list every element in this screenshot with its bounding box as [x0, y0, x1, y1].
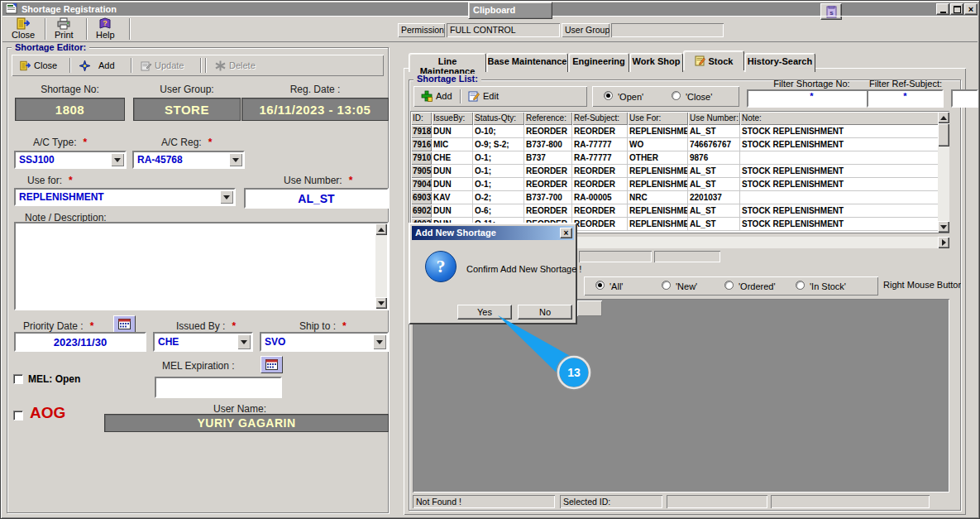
scroll-right-icon[interactable]: [938, 237, 949, 248]
scroll-down-icon[interactable]: [938, 221, 949, 233]
permission-value: FULL CONTROL: [447, 23, 560, 37]
toolbar-close-label: Close: [12, 30, 35, 40]
toolbar-close-button[interactable]: Close: [8, 17, 38, 41]
list-edit-button[interactable]: Edit: [465, 88, 502, 104]
tab-engineering[interactable]: Engineering: [568, 53, 629, 72]
toolbar-print-button[interactable]: Print: [51, 17, 77, 41]
table-cell: 7910: [411, 151, 432, 165]
table-cell: O-10;: [473, 125, 524, 138]
mel-expiration-calendar-button[interactable]: [261, 356, 283, 373]
chevron-down-icon[interactable]: [111, 153, 124, 166]
restore-button[interactable]: [950, 3, 963, 15]
tab-base-maintenance[interactable]: Base Maintenance: [486, 53, 568, 72]
editor-close-button[interactable]: Close: [17, 57, 60, 74]
priority-date-calendar-button[interactable]: [113, 315, 136, 333]
use-for-value: REPLENISHMENT: [19, 191, 104, 203]
dialog-no-button[interactable]: No: [518, 305, 572, 320]
use-number-field[interactable]: AL_ST: [244, 188, 389, 209]
table-cell: B737-800: [524, 138, 572, 151]
radio-all[interactable]: [595, 281, 605, 290]
table-cell: REORDER: [572, 218, 628, 231]
grid-status-box: [654, 251, 720, 262]
ac-reg-combo[interactable]: RA-45768: [132, 151, 245, 169]
radio-new[interactable]: [662, 281, 671, 290]
table-row[interactable]: 6902DUNO-6;REORDERREORDERREPLENISHMENTAL…: [411, 204, 949, 218]
note-textarea[interactable]: [14, 222, 389, 310]
column-header[interactable]: ID:: [411, 112, 432, 125]
table-row[interactable]: 6903KAVO-2;B737-700RA-00005NRC2201037: [411, 191, 949, 204]
radio-open[interactable]: [604, 91, 613, 100]
reg-date-label: Reg. Date :: [241, 84, 389, 95]
table-cell: OTHER: [628, 151, 688, 165]
question-icon: ?: [425, 251, 457, 282]
detail-panel: [413, 299, 949, 493]
mel-expiration-field[interactable]: [155, 377, 282, 398]
chevron-down-icon[interactable]: [373, 334, 386, 349]
user-name-value: YURIY GAGARIN: [104, 414, 389, 432]
chevron-down-icon[interactable]: [229, 153, 242, 166]
delete-asterisk-icon: [215, 60, 226, 71]
list-add-label: Add: [436, 91, 452, 101]
list-add-button[interactable]: Add: [418, 88, 456, 104]
ship-to-combo[interactable]: SVO: [260, 332, 389, 352]
detail-panel-tab[interactable]: [577, 300, 602, 316]
filter-ref-subject-input[interactable]: *: [867, 89, 944, 108]
tab-line-maintenance[interactable]: Line Maintenance: [409, 53, 486, 72]
table-row[interactable]: 7918DUNO-10;REORDERREORDERREPLENISHMENTA…: [411, 125, 949, 138]
table-row[interactable]: 7910CHEO-1;B737RA-77777OTHER9876: [411, 151, 949, 165]
scroll-up-icon[interactable]: [938, 112, 949, 123]
column-header[interactable]: IssueBy:: [432, 112, 473, 125]
aog-checkbox[interactable]: [13, 411, 23, 420]
vscroll-thumb[interactable]: [938, 123, 949, 147]
filter-shortage-no-input[interactable]: *: [747, 89, 877, 108]
filter-extra-input[interactable]: [951, 89, 978, 108]
table-cell: B737-700: [524, 191, 572, 204]
tab-work-shop[interactable]: Work Shop: [629, 53, 683, 72]
column-header[interactable]: Use For:: [628, 112, 688, 125]
minimize-button[interactable]: [936, 3, 949, 15]
editor-add-button[interactable]: Add: [76, 57, 118, 74]
note-scrollbar-track[interactable]: [375, 235, 387, 297]
editor-delete-button[interactable]: Delete: [212, 57, 259, 74]
table-cell: NRC: [628, 191, 688, 204]
issued-by-combo[interactable]: CHE: [153, 332, 253, 352]
table-row[interactable]: 7916MICO-9; S-2;B737-800RA-77777WO746676…: [411, 138, 949, 151]
close-window-button[interactable]: ×: [964, 3, 978, 15]
table-cell: O-6;: [473, 204, 524, 218]
close-window-icon: ×: [968, 5, 973, 13]
scroll-down-icon[interactable]: [375, 297, 387, 309]
column-header[interactable]: Status-Qty:: [473, 112, 524, 125]
column-header[interactable]: Ref-Subject:: [572, 112, 628, 125]
table-row[interactable]: 7905DUNO-1;REORDERREORDERREPLENISHMENTAL…: [411, 165, 949, 178]
radio-in-stock[interactable]: [796, 281, 805, 290]
dialog-titlebar[interactable]: Add New Shortage ×: [412, 226, 574, 240]
column-header[interactable]: Use Number:: [688, 112, 740, 125]
dialog-close-button[interactable]: ×: [560, 228, 572, 238]
tab-history-search[interactable]: History-Search: [744, 53, 815, 72]
chevron-down-icon[interactable]: [237, 334, 251, 349]
radio-ordered[interactable]: [724, 281, 734, 290]
editor-update-button[interactable]: Update: [137, 57, 187, 74]
column-header[interactable]: Reference:: [524, 112, 572, 125]
tab-stock[interactable]: Stock: [683, 50, 744, 70]
table-cell: AL_ST: [688, 218, 740, 231]
priority-date-field[interactable]: 2023/11/30: [14, 332, 146, 352]
chevron-down-icon[interactable]: [220, 190, 233, 204]
clipboard-mini-window[interactable]: Clipboard: [468, 2, 552, 19]
tab-label: Base Maintenance: [488, 56, 567, 66]
app-icon-glyph: [6, 3, 17, 14]
column-header[interactable]: Note:: [740, 112, 939, 125]
scroll-up-icon[interactable]: [375, 223, 387, 235]
calendar-icon: [265, 359, 278, 370]
dialog-yes-button[interactable]: Yes: [457, 305, 512, 320]
toolbar-help-button[interactable]: ? Help: [93, 17, 118, 41]
table-cell: REORDER: [572, 178, 628, 191]
required-asterisk: *: [69, 175, 73, 186]
ac-type-combo[interactable]: SSJ100: [14, 151, 127, 169]
table-row[interactable]: 7904DUNO-1;REORDERREORDERREPLENISHMENTAL…: [411, 178, 949, 191]
ac-reg-value: RA-45768: [137, 154, 183, 166]
mel-open-checkbox[interactable]: [13, 374, 23, 384]
radio-close[interactable]: [672, 91, 681, 100]
table-cell: AL_ST: [688, 125, 740, 138]
use-for-combo[interactable]: REPLENISHMENT: [14, 188, 236, 206]
